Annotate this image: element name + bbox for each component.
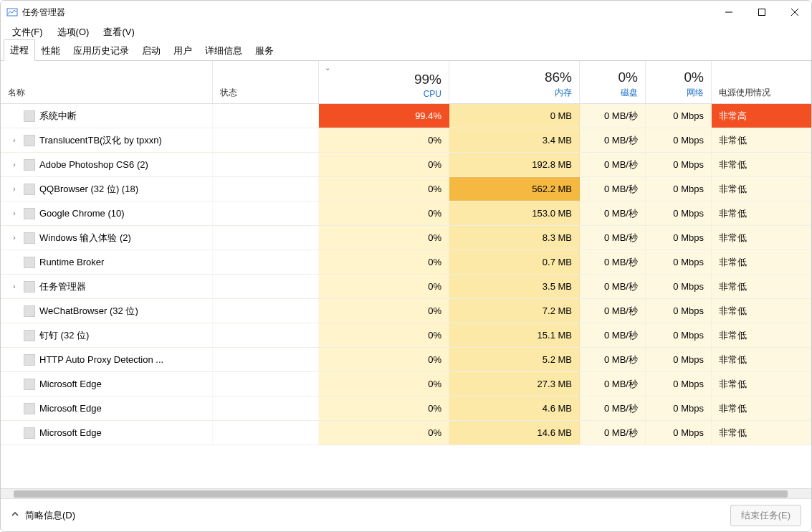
column-status[interactable]: 状态 — [213, 61, 319, 103]
tab-performance[interactable]: 性能 — [35, 40, 67, 61]
cell-network: 0 Mbps — [646, 104, 712, 128]
table-row[interactable]: WeChatBrowser (32 位)0%7.2 MB0 MB/秒0 Mbps… — [1, 299, 811, 323]
cell-disk: 0 MB/秒 — [580, 348, 646, 371]
cell-memory: 0 MB — [449, 104, 580, 128]
table-row[interactable]: Runtime Broker0%0.7 MB0 MB/秒0 Mbps非常低 — [1, 250, 811, 275]
cell-disk: 0 MB/秒 — [580, 275, 646, 298]
process-icon — [24, 159, 35, 171]
cell-status — [213, 421, 319, 445]
column-memory[interactable]: 86% 内存 — [449, 61, 580, 103]
tab-app-history[interactable]: 应用历史记录 — [67, 40, 135, 61]
cell-cpu: 0% — [319, 250, 449, 274]
column-cpu[interactable]: ⌄ 99% CPU — [319, 61, 449, 103]
table-row[interactable]: ›TranslucentTB(汉化 by tpxxn)0%3.4 MB0 MB/… — [1, 128, 811, 153]
expand-toggle[interactable]: › — [8, 282, 21, 290]
cell-disk: 0 MB/秒 — [580, 421, 646, 445]
cell-status — [213, 201, 319, 225]
column-power[interactable]: 电源使用情况 — [712, 61, 811, 103]
menu-options[interactable]: 选项(O) — [50, 24, 97, 40]
cell-status — [213, 275, 319, 298]
table-row[interactable]: ›Adobe Photoshop CS6 (2)0%192.8 MB0 MB/秒… — [1, 153, 811, 177]
table-row[interactable]: ›任务管理器0%3.5 MB0 MB/秒0 Mbps非常低 — [1, 275, 811, 299]
cell-network: 0 Mbps — [646, 348, 712, 371]
cell-memory: 0.7 MB — [449, 250, 580, 274]
process-icon — [24, 379, 35, 390]
end-task-button[interactable]: 结束任务(E) — [730, 505, 801, 526]
tab-details[interactable]: 详细信息 — [199, 40, 249, 61]
cell-cpu: 0% — [319, 275, 449, 298]
process-icon — [24, 184, 35, 195]
table-row[interactable]: Microsoft Edge0%14.6 MB0 MB/秒0 Mbps非常低 — [1, 421, 811, 445]
process-name: WeChatBrowser (32 位) — [39, 305, 138, 318]
cell-status — [213, 250, 319, 274]
column-power-label: 电源使用情况 — [719, 87, 803, 99]
table-body[interactable]: 系统中断99.4%0 MB0 MB/秒0 Mbps非常高›Translucent… — [1, 104, 811, 488]
cell-power: 非常高 — [712, 104, 811, 128]
horizontal-scrollbar[interactable] — [1, 488, 811, 498]
process-name: Microsoft Edge — [39, 379, 102, 389]
column-status-label: 状态 — [220, 87, 311, 99]
column-network[interactable]: 0% 网络 — [646, 61, 712, 103]
cell-network: 0 Mbps — [646, 201, 712, 225]
close-button[interactable] — [778, 1, 811, 24]
cell-name: ›Adobe Photoshop CS6 (2) — [1, 153, 213, 176]
column-name[interactable]: 名称 — [1, 61, 213, 103]
horizontal-scrollbar-thumb[interactable] — [14, 490, 788, 498]
process-icon — [24, 403, 35, 414]
fewer-details-toggle[interactable]: 简略信息(D) — [11, 509, 75, 522]
cell-power: 非常低 — [712, 201, 811, 225]
table-row[interactable]: ›Google Chrome (10)0%153.0 MB0 MB/秒0 Mbp… — [1, 201, 811, 226]
expand-toggle[interactable]: › — [8, 136, 21, 144]
svg-rect-0 — [7, 9, 17, 16]
footer: 简略信息(D) 结束任务(E) — [1, 498, 811, 531]
cell-cpu: 0% — [319, 372, 449, 396]
cell-network: 0 Mbps — [646, 177, 712, 201]
table-row[interactable]: 系统中断99.4%0 MB0 MB/秒0 Mbps非常高 — [1, 104, 811, 128]
cell-network: 0 Mbps — [646, 250, 712, 274]
column-cpu-label: CPU — [424, 89, 441, 99]
process-name: TranslucentTB(汉化 by tpxxn) — [39, 134, 162, 147]
table-row[interactable]: 钉钉 (32 位)0%15.1 MB0 MB/秒0 Mbps非常低 — [1, 323, 811, 348]
cell-memory: 153.0 MB — [449, 201, 580, 225]
tab-users[interactable]: 用户 — [167, 40, 199, 61]
menu-view[interactable]: 查看(V) — [96, 24, 141, 40]
cell-network: 0 Mbps — [646, 275, 712, 298]
chevron-down-icon: ⌄ — [325, 64, 330, 72]
minimize-button[interactable] — [712, 1, 745, 24]
process-icon — [24, 354, 35, 366]
cell-disk: 0 MB/秒 — [580, 250, 646, 274]
column-disk[interactable]: 0% 磁盘 — [580, 61, 646, 103]
tabbar: 进程 性能 应用历史记录 启动 用户 详细信息 服务 — [1, 41, 811, 61]
cell-network: 0 Mbps — [646, 299, 712, 323]
cell-cpu: 0% — [319, 153, 449, 176]
expand-toggle[interactable]: › — [8, 209, 21, 217]
cell-name: 系统中断 — [1, 104, 213, 128]
menu-file[interactable]: 文件(F) — [5, 24, 50, 40]
cell-status — [213, 372, 319, 396]
process-icon — [24, 281, 35, 293]
process-table: 名称 状态 ⌄ 99% CPU 86% 内存 0% 磁盘 0% 网络 电源使用情… — [1, 61, 811, 498]
table-row[interactable]: ›QQBrowser (32 位) (18)0%562.2 MB0 MB/秒0 … — [1, 177, 811, 201]
svg-rect-2 — [759, 9, 765, 16]
expand-toggle[interactable]: › — [8, 185, 21, 193]
cell-name: Microsoft Edge — [1, 372, 213, 396]
cell-status — [213, 348, 319, 371]
cell-power: 非常低 — [712, 153, 811, 176]
table-row[interactable]: Microsoft Edge0%4.6 MB0 MB/秒0 Mbps非常低 — [1, 396, 811, 421]
table-row[interactable]: ›Windows 输入体验 (2)0%8.3 MB0 MB/秒0 Mbps非常低 — [1, 226, 811, 250]
cell-power: 非常低 — [712, 323, 811, 347]
tab-startup[interactable]: 启动 — [135, 40, 167, 61]
table-row[interactable]: Microsoft Edge0%27.3 MB0 MB/秒0 Mbps非常低 — [1, 372, 811, 396]
menubar: 文件(F) 选项(O) 查看(V) — [1, 24, 811, 41]
cell-network: 0 Mbps — [646, 226, 712, 250]
expand-toggle[interactable]: › — [8, 234, 21, 242]
expand-toggle[interactable]: › — [8, 161, 21, 168]
tab-services[interactable]: 服务 — [249, 40, 280, 61]
process-icon — [24, 427, 35, 439]
table-row[interactable]: HTTP Auto Proxy Detection ...0%5.2 MB0 M… — [1, 348, 811, 372]
tab-processes[interactable]: 进程 — [4, 39, 35, 61]
cell-cpu: 0% — [319, 396, 449, 420]
maximize-button[interactable] — [745, 1, 778, 24]
cell-cpu: 0% — [319, 226, 449, 250]
cpu-total: 99% — [414, 72, 441, 87]
